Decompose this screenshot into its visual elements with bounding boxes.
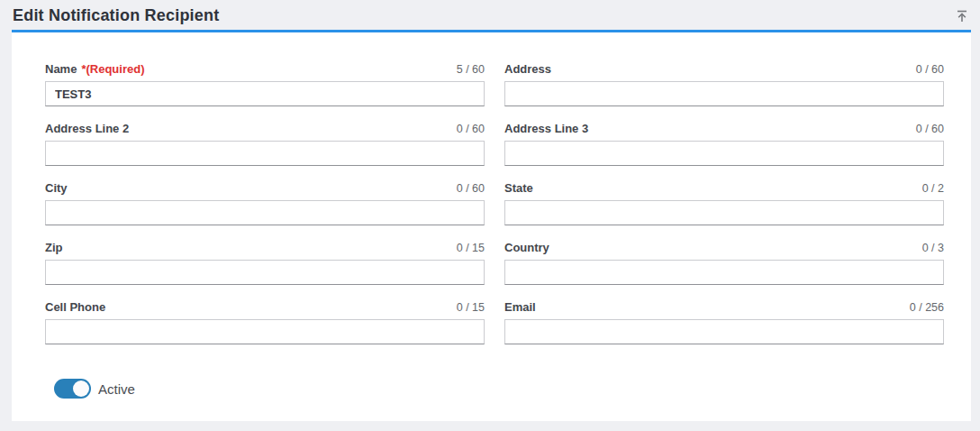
field-label-row: Email 0 / 256 xyxy=(504,298,944,315)
field-char-counter: 0 / 15 xyxy=(457,242,485,254)
field-label-row: Address Line 3 0 / 60 xyxy=(504,120,944,136)
page-title: Edit Notification Recipient xyxy=(13,6,219,25)
active-toggle-row: Active xyxy=(54,379,971,399)
field-label-row: State 0 / 2 xyxy=(504,179,944,196)
field-label-text: Country xyxy=(504,241,549,254)
field-label-row: Cell Phone 0 / 15 xyxy=(45,298,485,315)
field-label-row: City 0 / 60 xyxy=(45,179,485,196)
field-label-text: Address xyxy=(504,62,551,76)
field-label-text: City xyxy=(45,181,68,195)
country-input[interactable] xyxy=(504,260,944,285)
address-line-3-input[interactable] xyxy=(504,141,944,166)
field-char-counter: 5 / 60 xyxy=(457,63,485,76)
field-label-row: Country 0 / 3 xyxy=(504,239,944,255)
field-char-counter: 0 / 2 xyxy=(922,182,944,195)
field-label: Address xyxy=(504,60,551,77)
field-label-row: Address 0 / 60 xyxy=(504,60,944,77)
field-address-line-3: Address Line 3 0 / 60 xyxy=(504,120,944,166)
page-header: Edit Notification Recipient xyxy=(0,0,980,30)
address-line-2-input[interactable] xyxy=(45,141,485,166)
field-address: Address 0 / 60 xyxy=(504,60,944,106)
field-label: Email xyxy=(504,298,536,315)
cell-phone-input[interactable] xyxy=(45,319,485,344)
field-cell-phone: Cell Phone 0 / 15 xyxy=(45,298,485,344)
field-char-counter: 0 / 60 xyxy=(457,123,485,135)
state-input[interactable] xyxy=(504,200,944,225)
field-label-text: State xyxy=(504,181,533,195)
field-city: City 0 / 60 xyxy=(45,179,485,225)
field-char-counter: 0 / 60 xyxy=(457,182,485,195)
field-zip: Zip 0 / 15 xyxy=(45,239,485,285)
field-label-row: Zip 0 / 15 xyxy=(45,239,485,255)
field-email: Email 0 / 256 xyxy=(504,298,944,344)
field-char-counter: 0 / 60 xyxy=(916,63,944,76)
field-address-line-2: Address Line 2 0 / 60 xyxy=(45,120,485,166)
field-char-counter: 0 / 3 xyxy=(922,242,944,254)
field-label-text: Address Line 3 xyxy=(504,122,588,135)
address-input[interactable] xyxy=(504,81,944,106)
field-required-note: *(Required) xyxy=(81,62,144,76)
field-label: Address Line 2 xyxy=(45,120,129,136)
field-label-row: Name*(Required) 5 / 60 xyxy=(45,60,485,77)
active-toggle[interactable] xyxy=(54,379,91,399)
field-label-text: Cell Phone xyxy=(45,300,105,314)
field-country: Country 0 / 3 xyxy=(504,239,944,285)
collapse-up-icon xyxy=(955,9,969,26)
zip-input[interactable] xyxy=(45,260,485,285)
field-label: Address Line 3 xyxy=(504,120,588,136)
field-label: City xyxy=(45,179,68,196)
field-label-row: Address Line 2 0 / 60 xyxy=(45,120,485,136)
city-input[interactable] xyxy=(45,200,485,225)
field-label: State xyxy=(504,179,533,196)
field-char-counter: 0 / 15 xyxy=(457,301,485,314)
field-label-text: Address Line 2 xyxy=(45,122,129,135)
field-label-text: Name xyxy=(45,62,77,76)
name-input[interactable] xyxy=(45,81,485,106)
field-label: Zip xyxy=(45,239,63,255)
email-input[interactable] xyxy=(504,319,944,344)
active-toggle-label: Active xyxy=(98,381,135,397)
field-state: State 0 / 2 xyxy=(504,179,944,225)
field-name: Name*(Required) 5 / 60 xyxy=(45,60,485,106)
field-label-text: Zip xyxy=(45,241,63,254)
edit-recipient-form-card: Name*(Required) 5 / 60 Address 0 / 60 Ad… xyxy=(12,30,971,421)
field-char-counter: 0 / 60 xyxy=(916,123,944,135)
field-label: Country xyxy=(504,239,549,255)
active-toggle-knob xyxy=(73,381,89,397)
form-grid: Name*(Required) 5 / 60 Address 0 / 60 Ad… xyxy=(12,32,971,344)
field-char-counter: 0 / 256 xyxy=(910,301,944,314)
collapse-panel-button[interactable] xyxy=(953,8,971,26)
field-label: Cell Phone xyxy=(45,298,105,315)
field-label-text: Email xyxy=(504,300,536,314)
field-label: Name*(Required) xyxy=(45,60,144,77)
